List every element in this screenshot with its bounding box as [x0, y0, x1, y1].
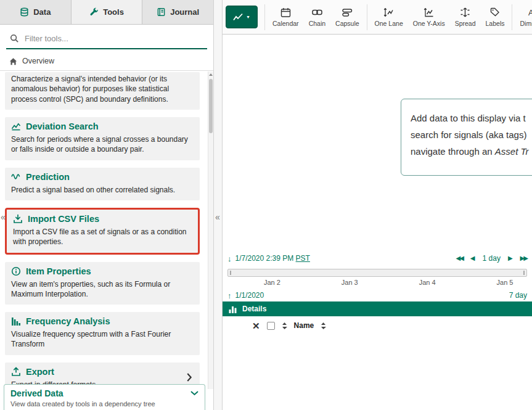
tools-panel: Data Tools Journal Overview Character	[0, 0, 213, 410]
tab-journal[interactable]: Journal	[142, 0, 213, 24]
spread-button[interactable]: Spread	[450, 2, 481, 32]
frequency-analysis-icon	[11, 317, 21, 326]
tab-data[interactable]: Data	[0, 0, 72, 24]
tool-description: Characterize a signal's intended behavio…	[11, 74, 194, 104]
select-all-checkbox[interactable]	[267, 322, 275, 330]
step-forward-icon[interactable]: ▶	[508, 255, 513, 261]
message-line: search for signals (aka tags)	[411, 126, 527, 143]
scroll-up-arrow-icon[interactable]	[208, 72, 213, 78]
tool-card-import-csv[interactable]: Import CSV Files Import a CSV file as a …	[5, 208, 200, 255]
one-lane-label: One Lane	[375, 20, 403, 27]
collapse-left-edge-icon[interactable]: «	[1, 212, 6, 222]
toolbar-divider	[512, 4, 512, 30]
calendar-button[interactable]: Calendar	[268, 2, 304, 32]
tool-card-deviation-search[interactable]: Deviation Search Search for periods wher…	[5, 117, 200, 160]
scrollbar-thumb[interactable]	[209, 79, 213, 133]
message-line: Add data to this display via t	[411, 110, 527, 126]
details-chart-icon	[229, 305, 237, 313]
one-lane-button[interactable]: One Lane	[370, 2, 408, 32]
labels-button[interactable]: Labels	[481, 2, 510, 32]
tool-card-frequency-analysis[interactable]: Frequency Analysis Visualize frequency s…	[5, 312, 200, 355]
dimming-button[interactable]: A Dimming	[515, 2, 532, 32]
collapse-panel-icon[interactable]: «	[215, 212, 220, 222]
import-csv-icon	[13, 214, 23, 224]
info-icon	[11, 266, 21, 276]
home-icon	[9, 57, 17, 65]
tool-title: Prediction	[26, 172, 70, 182]
details-panel-header[interactable]: Details	[223, 301, 532, 316]
tool-list: Characterize a signal's intended behavio…	[0, 72, 213, 389]
tool-title: Deviation Search	[26, 121, 99, 131]
tool-description: Visualize frequency spectrum with a Fast…	[11, 329, 194, 350]
step-back-icon[interactable]: ◀	[470, 255, 475, 261]
one-y-axis-button[interactable]: One Y-Axis	[408, 2, 450, 32]
database-icon	[20, 7, 29, 17]
display-toolbar: ▼ Calendar Chain Capsule One Lane	[223, 0, 532, 35]
toolbar-divider	[264, 4, 265, 30]
derived-data-description: View data created by tools in a dependen…	[10, 400, 198, 408]
sort-icon[interactable]	[282, 322, 287, 330]
time-range-slider[interactable]	[227, 269, 527, 277]
display-range-start[interactable]: 1/7/2020 2:39 PM PST	[235, 254, 310, 263]
step-back-fast-icon[interactable]: ◀◀	[456, 255, 462, 261]
one-lane-icon	[383, 7, 394, 17]
derived-data-section[interactable]: Derived Data View data created by tools …	[4, 384, 205, 410]
name-column-header[interactable]: Name	[294, 321, 314, 330]
investigate-range-row: ↑ 1/1/2020 7 day	[223, 289, 532, 301]
tool-description: Search for periods where a signal crosse…	[11, 134, 194, 155]
step-forward-fast-icon[interactable]: ▶▶	[520, 255, 527, 261]
tool-description: Predict a signal based on other correlat…	[11, 185, 194, 195]
time-steppers: ◀◀ ◀ 1 day ▶ ▶▶	[456, 254, 527, 263]
breadcrumb-overview[interactable]: Overview	[0, 52, 213, 71]
sort-icon[interactable]	[321, 322, 326, 330]
tool-description: View an item's properties, such as its F…	[11, 279, 194, 300]
step-size-label[interactable]: 1 day	[483, 254, 501, 263]
remove-all-icon[interactable]: ✕	[252, 321, 260, 330]
display-range-start-arrow-icon[interactable]: ↓	[227, 254, 232, 263]
tool-card-prediction[interactable]: Prediction Predict a signal based on oth…	[5, 168, 200, 200]
details-table-header: ✕ Name	[223, 316, 532, 335]
capsule-icon	[342, 7, 353, 17]
tool-title: Item Properties	[26, 266, 91, 276]
tab-tools[interactable]: Tools	[72, 0, 143, 24]
one-y-axis-label: One Y-Axis	[413, 20, 445, 27]
tab-journal-label: Journal	[170, 7, 199, 17]
tool-title: Import CSV Files	[28, 214, 99, 224]
filter-tools-row	[0, 25, 213, 52]
deviation-search-icon	[11, 121, 21, 131]
tab-data-label: Data	[33, 7, 51, 17]
trend-view-dropdown[interactable]: ▼	[226, 6, 258, 28]
trend-panel: ▼ Calendar Chain Capsule One Lane	[223, 0, 532, 410]
one-y-axis-icon	[424, 7, 434, 17]
axis-tick: Jan 3	[342, 279, 358, 286]
investigate-range-arrow-icon[interactable]: ↑	[227, 291, 232, 300]
breadcrumb-label: Overview	[22, 57, 54, 65]
tool-card-boundaries[interactable]: Characterize a signal's intended behavio…	[5, 72, 200, 110]
display-range-row: ↓ 1/7/2020 2:39 PM PST ◀◀ ◀ 1 day ▶ ▶▶	[223, 252, 532, 265]
message-line: navigate through an Asset Tr	[411, 143, 527, 160]
search-icon	[10, 34, 19, 43]
panel-gutter: «	[213, 0, 223, 410]
tool-title: Export	[26, 367, 54, 377]
capsule-button[interactable]: Capsule	[330, 2, 364, 32]
dimming-label: Dimming	[520, 20, 532, 27]
investigate-range-start: 1/1/2020	[235, 291, 264, 300]
app-window: Data Tools Journal Overview Character	[0, 0, 532, 410]
calendar-label: Calendar	[272, 20, 299, 27]
investigate-range-duration: 7 day	[509, 291, 527, 300]
svg-text:A: A	[528, 8, 532, 17]
spread-label: Spread	[455, 20, 476, 27]
axis-tick: Jan 5	[497, 279, 514, 286]
wrench-icon	[89, 7, 99, 17]
tool-list-scrollbar	[208, 72, 213, 389]
chain-button[interactable]: Chain	[304, 2, 330, 32]
left-tabbar: Data Tools Journal	[0, 0, 213, 25]
toolbar-divider	[367, 4, 367, 30]
timezone-link: PST	[296, 254, 310, 263]
filter-tools-input[interactable]	[25, 34, 203, 43]
tool-card-item-properties[interactable]: Item Properties View an item's propertie…	[5, 262, 200, 305]
add-data-message: Add data to this display via t search fo…	[401, 99, 532, 176]
chain-label: Chain	[309, 20, 325, 27]
dimming-icon: A	[528, 7, 532, 17]
tab-tools-label: Tools	[103, 7, 124, 17]
